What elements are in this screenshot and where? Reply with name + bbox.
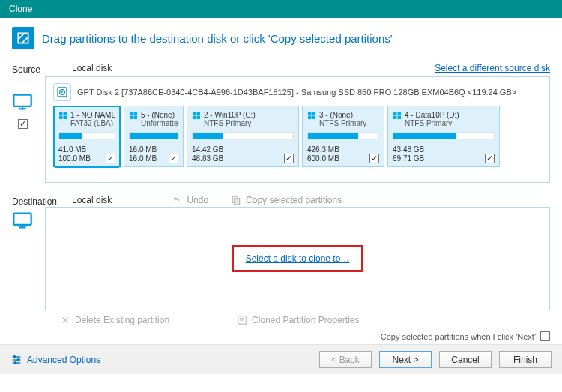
copy-when-next-checkbox[interactable] [540, 331, 550, 341]
svg-rect-12 [130, 116, 133, 120]
destination-localdisk: Local disk [72, 195, 112, 205]
svg-point-39 [14, 361, 16, 364]
svg-rect-7 [64, 112, 67, 115]
partition-checkbox[interactable] [485, 154, 495, 163]
usage-bar [307, 132, 379, 139]
svg-rect-6 [59, 112, 63, 115]
window-titlebar: Clone [0, 0, 562, 18]
window-title: Clone [9, 4, 32, 14]
partition-name: 1 - NO NAME (N [70, 111, 115, 119]
undo-button[interactable]: Undo [172, 195, 208, 205]
properties-icon [237, 315, 247, 325]
source-disk-checkbox[interactable] [18, 119, 28, 129]
svg-rect-14 [193, 112, 196, 115]
disk-description: GPT Disk 2 [737A86CE-0340-4CB4-A996-1D43… [77, 88, 516, 97]
destination-section: Destination Local disk Undo Copy selecte… [0, 195, 562, 207]
svg-rect-28 [13, 214, 31, 225]
back-button[interactable]: < Back [319, 351, 372, 368]
copy-selected-button[interactable]: Copy selected partitions [231, 195, 342, 205]
partition-sizes: 426.3 MB600.0 MB [307, 145, 339, 163]
svg-rect-24 [393, 116, 397, 120]
select-different-source-link[interactable]: Select a different source disk [435, 63, 550, 73]
partition-sizes: 16.0 MB16.0 MB [129, 145, 157, 163]
svg-rect-11 [134, 112, 138, 115]
svg-point-37 [13, 355, 16, 358]
partition-name: 5 - (None) [141, 111, 178, 119]
source-icon-column [0, 76, 45, 183]
hard-disk-icon [53, 83, 71, 101]
header: Drag partitions to the destination disk … [0, 18, 562, 63]
partition-type: NTFS Primary [319, 119, 366, 127]
svg-rect-19 [312, 112, 316, 115]
usage-bar [192, 132, 294, 139]
app-logo-icon [12, 27, 34, 49]
source-localdisk: Local disk [72, 63, 112, 73]
next-button[interactable]: Next > [379, 351, 432, 368]
destination-drop-area[interactable]: Select a disk to clone to… [45, 207, 550, 310]
buttons-bar: Advanced Options < Back Next > Cancel Fi… [0, 344, 562, 374]
svg-rect-0 [13, 95, 31, 106]
svg-rect-21 [312, 116, 316, 120]
partition-sizes: 14.42 GB48.83 GB [192, 145, 223, 163]
svg-point-5 [61, 91, 63, 93]
partition-checkbox[interactable] [106, 154, 115, 163]
partition-sizes: 43.48 GB69.71 GB [393, 145, 424, 163]
svg-rect-8 [59, 116, 63, 120]
select-destination-disk-link[interactable]: Select a disk to clone to… [246, 253, 350, 264]
windows-icon [58, 111, 67, 121]
copy-icon [231, 195, 241, 205]
destination-icon-column [0, 207, 45, 328]
partition-name: 4 - Data10P (D:) [405, 111, 459, 119]
windows-icon [393, 111, 402, 121]
partition-checkbox[interactable] [284, 154, 294, 163]
partition-sizes: 41.0 MB100.0 MB [58, 145, 91, 163]
svg-rect-22 [393, 112, 397, 115]
svg-rect-27 [235, 199, 240, 205]
partition-type: FAT32 (LBA) Primary [70, 119, 115, 127]
svg-rect-18 [308, 112, 312, 115]
svg-rect-15 [197, 112, 201, 115]
partition-card[interactable]: 5 - (None)Unformatted Primary16.0 MB16.0… [124, 106, 184, 167]
svg-rect-17 [197, 116, 201, 120]
svg-point-38 [17, 358, 19, 361]
partition-type: NTFS Primary [405, 119, 459, 127]
partition-card[interactable]: 4 - Data10P (D:)NTFS Primary43.48 GB69.7… [387, 106, 500, 167]
page-headline: Drag partitions to the destination disk … [42, 32, 393, 45]
partition-name: 2 - Win10P (C:) [204, 111, 256, 119]
partition-checkbox[interactable] [169, 154, 178, 163]
usage-bar [58, 132, 115, 139]
windows-icon [129, 111, 138, 121]
source-section: Source Local disk Select a different sou… [0, 63, 562, 76]
monitor-icon [12, 93, 33, 113]
svg-rect-10 [130, 112, 133, 115]
source-disk-panel: GPT Disk 2 [737A86CE-0340-4CB4-A996-1D43… [45, 76, 550, 183]
partition-card[interactable]: 3 - (None)NTFS Primary426.3 MB600.0 MB [302, 106, 384, 167]
partitions-container: 1 - NO NAME (NFAT32 (LBA) Primary41.0 MB… [53, 106, 542, 167]
copy-when-next-row: Copy selected partitions when I click 'N… [0, 328, 562, 344]
cancel-button[interactable]: Cancel [439, 351, 492, 368]
partition-name: 3 - (None) [319, 111, 366, 119]
svg-rect-23 [398, 112, 402, 115]
finish-button[interactable]: Finish [499, 351, 552, 368]
svg-rect-25 [398, 116, 402, 120]
source-label: Source [12, 63, 72, 76]
undo-icon [172, 195, 182, 205]
copy-when-next-label: Copy selected partitions when I click 'N… [381, 332, 536, 341]
partition-card[interactable]: 2 - Win10P (C:)NTFS Primary14.42 GB48.83… [187, 106, 299, 167]
partition-checkbox[interactable] [369, 154, 379, 163]
windows-icon [192, 111, 201, 121]
cloned-properties-button[interactable]: Cloned Partition Properties [237, 315, 359, 325]
windows-icon [307, 111, 316, 121]
svg-rect-20 [308, 116, 312, 120]
destination-label: Destination [12, 195, 72, 207]
delete-existing-button[interactable]: Delete Existing partition [60, 315, 169, 325]
usage-bar [393, 132, 495, 139]
partition-card[interactable]: 1 - NO NAME (NFAT32 (LBA) Primary41.0 MB… [53, 106, 121, 167]
svg-rect-13 [134, 116, 138, 120]
svg-rect-9 [64, 116, 67, 120]
partition-type: Unformatted Primary [141, 119, 178, 127]
usage-bar [129, 132, 178, 139]
monitor-icon [12, 211, 33, 232]
advanced-options-link[interactable]: Advanced Options [10, 354, 100, 366]
select-disk-highlight: Select a disk to clone to… [232, 245, 364, 272]
